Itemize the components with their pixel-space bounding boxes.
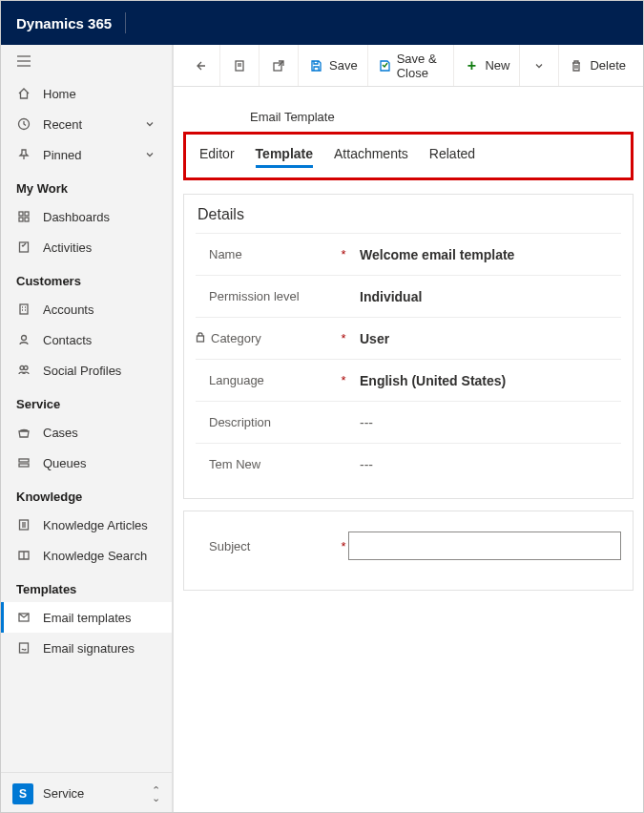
subject-input[interactable] (348, 532, 621, 560)
sidebar-item-label: Pinned (43, 148, 81, 162)
field-value[interactable]: English (United States) (348, 373, 621, 388)
required-marker: * (339, 539, 348, 553)
field-label: Category (211, 331, 261, 345)
field-row-category[interactable]: Category * User (196, 317, 621, 359)
field-row-permission[interactable]: Permission level Individual (196, 275, 621, 317)
tab-related[interactable]: Related (429, 146, 475, 168)
new-button[interactable]: + New (454, 45, 520, 86)
new-dropdown-button[interactable] (520, 45, 559, 86)
sidebar-item-email-signatures[interactable]: Email signatures (1, 633, 172, 663)
sidebar-item-recent[interactable]: Recent (1, 109, 172, 139)
sidebar-item-label: Cases (43, 426, 78, 440)
sidebar-item-home[interactable]: Home (1, 78, 172, 109)
sitemap-toggle[interactable] (1, 45, 172, 78)
svg-rect-5 (25, 212, 29, 216)
field-label: Description (209, 415, 271, 429)
required-marker: * (339, 331, 348, 345)
field-row-description[interactable]: Description --- (196, 401, 621, 443)
sidebar-item-knowledge-articles[interactable]: Knowledge Articles (1, 510, 172, 540)
svg-rect-7 (25, 218, 29, 221)
sidebar-item-cases[interactable]: Cases (1, 417, 172, 448)
sidebar-group-service: Service (1, 386, 172, 417)
svg-rect-8 (20, 242, 29, 252)
header-separator (125, 12, 126, 33)
field-row-subject[interactable]: Subject * (196, 525, 621, 567)
sidebar-item-label: Queues (43, 456, 87, 470)
field-row-tem-new[interactable]: Tem New --- (196, 443, 621, 485)
sidebar-item-contacts[interactable]: Contacts (1, 324, 172, 355)
book-icon (16, 548, 31, 563)
save-close-label: Save & Close (397, 52, 445, 80)
sidebar-item-label: Home (43, 87, 76, 101)
sidebar-item-dashboards[interactable]: Dashboards (1, 201, 172, 232)
field-value[interactable]: --- (348, 457, 621, 472)
field-row-name[interactable]: Name * Welcome email template (196, 233, 621, 275)
sidebar-item-social-profiles[interactable]: Social Profiles (1, 355, 172, 386)
chevron-down-icon (145, 117, 156, 132)
section-title: Details (196, 202, 621, 233)
popout-button[interactable] (260, 45, 299, 86)
sidebar-item-label: Email templates (43, 611, 131, 625)
sidebar-item-label: Contacts (43, 333, 92, 347)
subject-section: Subject * (183, 511, 634, 591)
record-region: Email Template Editor Template Attachmen… (174, 87, 643, 602)
field-label: Name (209, 247, 242, 261)
lock-icon (196, 331, 207, 345)
popout-icon (271, 58, 286, 73)
email-template-icon (16, 610, 31, 625)
sidebar-item-label: Social Profiles (43, 364, 121, 378)
entity-label: Email Template (181, 110, 635, 124)
save-button[interactable]: Save (299, 45, 368, 86)
chevron-down-icon (531, 58, 547, 73)
sidebar-item-queues[interactable]: Queues (1, 448, 172, 478)
svg-rect-17 (19, 459, 29, 462)
sidebar-item-label: Activities (43, 240, 92, 255)
form-tabs: Editor Template Attachments Related (186, 135, 631, 177)
trash-icon (569, 58, 584, 73)
delete-button[interactable]: Delete (559, 45, 635, 86)
back-button[interactable] (181, 45, 220, 86)
sidebar-item-email-templates[interactable]: Email templates (1, 602, 172, 633)
sidebar-item-knowledge-search[interactable]: Knowledge Search (1, 540, 172, 571)
sidebar-item-label: Knowledge Articles (43, 518, 148, 532)
area-badge: S (12, 783, 33, 804)
dashboard-icon (16, 209, 31, 224)
sidebar-group-knowledge: Knowledge (1, 478, 172, 510)
field-label: Language (209, 373, 264, 387)
sidebar-item-label: Recent (43, 117, 82, 132)
sidebar-item-label: Accounts (43, 302, 93, 317)
field-value[interactable]: Individual (348, 289, 621, 304)
area-label: Service (43, 786, 84, 801)
sidebar-group-customers: Customers (1, 262, 172, 294)
person-icon (16, 332, 31, 347)
queues-icon (16, 455, 31, 470)
save-close-button[interactable]: Save & Close (368, 45, 455, 86)
tab-editor[interactable]: Editor (199, 146, 235, 168)
sidebar-item-activities[interactable]: Activities (1, 232, 172, 262)
app-header: Dynamics 365 (1, 1, 643, 45)
details-section: Details Name * Welcome email template Pe… (183, 194, 634, 499)
field-row-language[interactable]: Language * English (United States) (196, 359, 621, 401)
tab-template[interactable]: Template (256, 146, 313, 168)
area-switcher[interactable]: S Service ⌃⌄ (1, 772, 172, 813)
new-label: New (485, 58, 509, 73)
save-close-icon (378, 58, 391, 73)
field-value[interactable]: --- (348, 415, 621, 430)
sidebar-group-mywork: My Work (1, 170, 172, 201)
save-label: Save (329, 58, 358, 73)
open-record-set-button[interactable] (220, 45, 260, 86)
sidebar-item-label: Email signatures (43, 641, 135, 656)
svg-point-16 (24, 366, 28, 370)
sidebar-item-pinned[interactable]: Pinned (1, 139, 172, 170)
tab-attachments[interactable]: Attachments (334, 146, 408, 168)
signature-icon (16, 640, 31, 656)
field-value[interactable]: Welcome email template (348, 247, 621, 262)
field-label: Permission level (209, 289, 300, 303)
sidebar-item-accounts[interactable]: Accounts (1, 294, 172, 324)
content-area: Save Save & Close + New Delete Email Tem… (173, 45, 643, 813)
svg-rect-29 (197, 336, 204, 342)
pin-icon (16, 147, 31, 162)
svg-point-14 (22, 336, 27, 341)
tabs-highlight-box: Editor Template Attachments Related (183, 132, 634, 180)
svg-rect-9 (20, 304, 28, 314)
